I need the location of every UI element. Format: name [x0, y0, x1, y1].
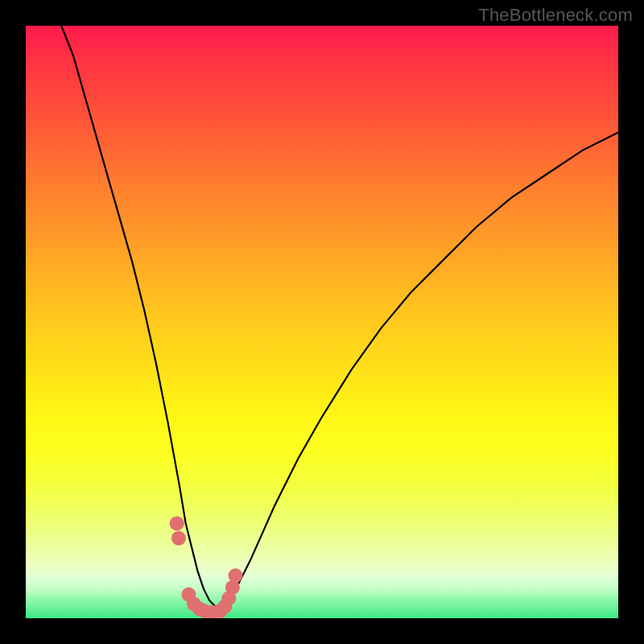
marker-point — [229, 568, 243, 583]
bottleneck-curve — [26, 26, 618, 618]
marker-point — [171, 531, 186, 546]
plot-area — [26, 26, 618, 618]
marker-point — [170, 516, 184, 530]
chart-frame: TheBottleneck.com — [0, 0, 644, 644]
credit-text: TheBottleneck.com — [478, 5, 633, 26]
